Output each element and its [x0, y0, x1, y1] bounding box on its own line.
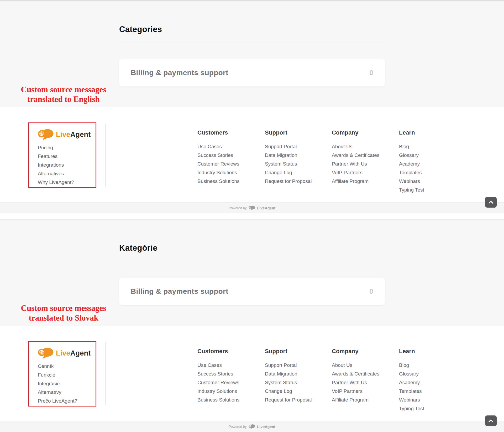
footer-link[interactable]: Change Log: [265, 388, 312, 394]
svg-text:@: @: [249, 207, 251, 209]
liveagent-bubble-icon: @: [38, 347, 54, 359]
footer-link[interactable]: Request for Proposal: [265, 178, 312, 184]
footer-link[interactable]: Request for Proposal: [265, 397, 312, 403]
footer-link[interactable]: Typing Test: [399, 187, 424, 193]
footer-link[interactable]: Awards & Certificates: [332, 152, 379, 158]
footer-link[interactable]: Support Portal: [265, 144, 312, 150]
footer-link[interactable]: Academy: [399, 161, 424, 167]
footer-brand-link[interactable]: Integrácie: [38, 381, 96, 387]
footer-link[interactable]: Blog: [399, 362, 424, 368]
vertical-divider: [105, 342, 106, 405]
powered-by-bar: Powered by @ LiveAgent: [0, 202, 504, 213]
section-slovak: Kategórie Billing & payments support 0 C…: [0, 219, 504, 432]
footer-column-company: Company About UsAwards & CertificatesPar…: [332, 129, 379, 187]
footer-brand-link[interactable]: Integrations: [38, 162, 96, 168]
footer-brand-link[interactable]: Cenník: [38, 363, 96, 369]
footer-link[interactable]: About Us: [332, 362, 379, 368]
footer-link[interactable]: Change Log: [265, 170, 312, 176]
powered-by-brand[interactable]: LiveAgent: [257, 425, 275, 429]
annotation-highlight-box: @ LiveAgent CenníkFunkcieIntegrácieAlter…: [28, 341, 96, 407]
footer-link[interactable]: Glossary: [399, 371, 424, 377]
footer-link[interactable]: Industry Solutions: [197, 388, 240, 394]
footer-link[interactable]: Business Solutions: [197, 397, 240, 403]
section-english: Categories Billing & payments support 0 …: [0, 0, 504, 213]
footer-brand-link[interactable]: Features: [38, 153, 96, 159]
footer-column-heading: Learn: [399, 348, 424, 355]
footer-link[interactable]: Data Migration: [265, 152, 312, 158]
svg-text:@: @: [39, 131, 44, 137]
footer-links: Support PortalData MigrationSystem Statu…: [265, 362, 312, 403]
vertical-divider: [105, 124, 106, 187]
chevron-up-icon: [487, 418, 494, 424]
liveagent-mini-bubble-icon: @: [249, 205, 255, 210]
footer-brand-link[interactable]: Pricing: [38, 145, 96, 151]
footer-link[interactable]: Webinars: [399, 178, 424, 184]
footer-link[interactable]: Success Stories: [197, 152, 240, 158]
footer-link[interactable]: Success Stories: [197, 371, 240, 377]
svg-text:@: @: [39, 350, 44, 355]
footer-link[interactable]: Blog: [399, 144, 424, 150]
footer-link[interactable]: Affiliate Program: [332, 178, 379, 184]
footer-link[interactable]: Use Cases: [197, 362, 240, 368]
footer-links: Support PortalData MigrationSystem Statu…: [265, 144, 312, 184]
footer-link[interactable]: Awards & Certificates: [332, 371, 379, 377]
footer-link[interactable]: Customer Reviews: [197, 380, 240, 385]
footer-link[interactable]: Business Solutions: [197, 178, 240, 184]
footer-link[interactable]: Partner With Us: [332, 161, 379, 167]
liveagent-wordmark: LiveAgent: [56, 131, 91, 139]
category-card-title: Billing & payments support: [131, 69, 228, 77]
footer-column-heading: Customers: [197, 348, 240, 355]
annotation-line: Custom source messages: [6, 303, 121, 313]
footer-link[interactable]: VoIP Partners: [332, 170, 379, 176]
liveagent-logo[interactable]: @ LiveAgent: [38, 128, 96, 141]
footer-link[interactable]: Use Cases: [197, 144, 240, 150]
liveagent-mini-bubble-icon: @: [249, 424, 255, 429]
page-title: Kategórie: [119, 219, 385, 253]
powered-by-brand[interactable]: LiveAgent: [257, 206, 275, 210]
footer-links: BlogGlossaryAcademyTemplatesWebinarsTypi…: [399, 144, 424, 193]
annotation-line: Custom source messages: [6, 85, 121, 94]
footer-link[interactable]: System Status: [265, 161, 312, 167]
footer-column-learn: Learn BlogGlossaryAcademyTemplatesWebina…: [399, 129, 424, 196]
category-card-count: 0: [369, 69, 373, 77]
footer-column-heading: Support: [265, 129, 312, 136]
footer-column-heading: Company: [332, 129, 379, 136]
annotation-line: translated to English: [6, 94, 121, 104]
footer-column-heading: Learn: [399, 129, 424, 136]
footer-brand-link[interactable]: Alternatívy: [38, 389, 96, 395]
footer-link[interactable]: VoIP Partners: [332, 388, 379, 394]
footer-column-support: Support Support PortalData MigrationSyst…: [265, 129, 312, 187]
footer-link[interactable]: Support Portal: [265, 362, 312, 368]
footer-brand-link[interactable]: Alternatives: [38, 171, 96, 177]
footer-link[interactable]: Affiliate Program: [332, 397, 379, 403]
scroll-to-top-button[interactable]: [485, 197, 497, 208]
footer-link[interactable]: Academy: [399, 380, 424, 385]
footer-link[interactable]: Industry Solutions: [197, 170, 240, 176]
footer-link[interactable]: Customer Reviews: [197, 161, 240, 167]
footer-link[interactable]: Templates: [399, 388, 424, 394]
footer-brand-link[interactable]: Funkcie: [38, 372, 96, 378]
category-card[interactable]: Billing & payments support 0: [119, 59, 385, 86]
page-title: Categories: [119, 1, 385, 34]
footer-link[interactable]: Partner With Us: [332, 380, 379, 385]
footer-link[interactable]: Webinars: [399, 397, 424, 403]
category-card[interactable]: Billing & payments support 0: [119, 278, 385, 305]
footer-link[interactable]: System Status: [265, 380, 312, 385]
footer-link[interactable]: About Us: [332, 144, 379, 150]
footer-brand-links: CenníkFunkcieIntegrácieAlternatívyPrečo …: [38, 363, 96, 404]
footer-links: About UsAwards & CertificatesPartner Wit…: [332, 362, 379, 403]
footer-brand-link[interactable]: Prečo LiveAgent?: [38, 398, 96, 404]
chevron-up-icon: [487, 199, 494, 206]
footer-link[interactable]: Typing Test: [399, 406, 424, 412]
footer-link[interactable]: Templates: [399, 170, 424, 176]
footer-column-heading: Support: [265, 348, 312, 355]
liveagent-bubble-icon: @: [38, 128, 54, 141]
footer-link[interactable]: Data Migration: [265, 371, 312, 377]
scroll-to-top-button[interactable]: [485, 415, 497, 426]
category-card-count: 0: [369, 287, 373, 296]
footer-brand-link[interactable]: Why LiveAgent?: [38, 179, 96, 185]
footer-link[interactable]: Glossary: [399, 152, 424, 158]
annotation-text: Custom source messages translated to Eng…: [6, 85, 121, 104]
liveagent-logo[interactable]: @ LiveAgent: [38, 347, 96, 359]
footer-links: About UsAwards & CertificatesPartner Wit…: [332, 144, 379, 184]
